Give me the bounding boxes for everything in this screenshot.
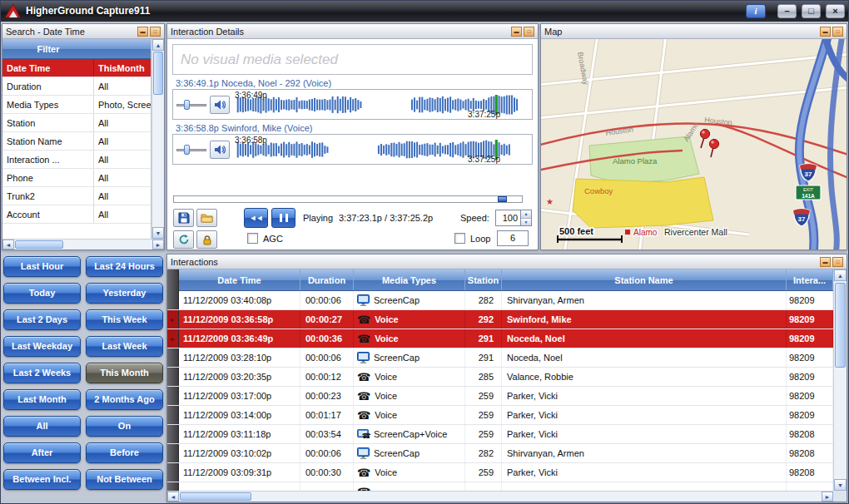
speed-down-button[interactable]: ▼ [521,219,531,226]
panel-minimize-button[interactable]: ▬ [511,27,522,37]
panel-maximize-button[interactable]: □ [832,27,843,37]
row-select-marker[interactable] [167,387,179,405]
column-header-station[interactable]: Station [465,269,502,290]
seek-thumb[interactable] [498,196,507,202]
quick-button-before[interactable]: Before [86,442,163,463]
scroll-down-button[interactable]: ▼ [834,479,847,491]
table-row[interactable]: 11/12/2009 03:11:18p00:03:54☎ScreenCap+V… [167,425,833,444]
quick-button-last-weekday[interactable]: Last Weekday [3,336,81,357]
filter-row-station[interactable]: StationAll [2,114,151,132]
quick-button-this-week[interactable]: This Week [86,309,163,330]
filter-row-trunk2[interactable]: Trunk2All [2,187,151,205]
speed-up-button[interactable]: ▲ [521,210,531,219]
table-row[interactable]: 11/12/2009 03:14:00p00:01:17☎Voice259Par… [167,406,833,425]
scroll-right-button[interactable]: ► [152,240,164,250]
table-row[interactable]: 11/12/2009 03:20:35p00:00:12☎Voice285Val… [167,368,833,387]
agc-checkbox[interactable] [247,233,258,244]
scrollbar-thumb[interactable] [153,52,163,95]
table-row[interactable]: 11/12/2009 03:28:10p00:00:06ScreenCap291… [167,348,833,368]
row-select-marker[interactable] [167,482,179,491]
map-canvas[interactable]: Broadway Houston Houston Alamo Alamo Pla… [541,39,847,250]
row-select-marker[interactable] [167,444,179,462]
volume-slider[interactable] [176,143,206,156]
lock-button[interactable] [196,230,217,249]
filter-horizontal-scrollbar[interactable]: ◄ ► [2,239,164,250]
speaker-button[interactable] [210,141,230,159]
column-header-duration[interactable]: Duration [300,269,354,290]
volume-slider[interactable] [176,98,206,111]
quick-button-last-hour[interactable]: Last Hour [3,256,81,277]
speaker-button[interactable] [210,96,230,114]
quick-button-on[interactable]: On [86,416,163,437]
row-select-marker[interactable] [167,348,179,367]
table-row[interactable]: 11/12/2009 03:10:02p00:00:06ScreenCap282… [167,444,833,463]
table-row[interactable]: 11/12/2009 03:17:00p00:00:23☎Voice259Par… [167,387,833,406]
seek-bar[interactable] [173,195,523,203]
filter-row-date-time[interactable]: Date TimeThisMonth [2,59,151,77]
scroll-left-button[interactable]: ◄ [167,492,179,502]
table-row[interactable]: ►11/12/2009 03:36:58p00:00:27☎Voice292Sw… [167,310,833,329]
quick-button-last-24-hours[interactable]: Last 24 Hours [86,256,163,277]
quick-button-yesterday[interactable]: Yesterday [86,283,163,304]
waveform-area[interactable]: 3:36:49p 3:37:25p [233,91,529,118]
maximize-button[interactable]: □ [802,4,821,18]
row-select-marker[interactable] [167,406,179,424]
scroll-down-button[interactable]: ▼ [152,227,164,239]
quick-button-all[interactable]: All [3,416,81,437]
scroll-right-button[interactable]: ► [822,492,833,502]
column-header-date-time[interactable]: Date Time [179,269,300,290]
scroll-left-button[interactable]: ◄ [2,240,14,250]
quick-button-after[interactable]: After [3,442,81,463]
panel-minimize-button[interactable]: ▬ [820,257,831,267]
row-select-marker[interactable]: ► [167,329,179,348]
scrollbar-thumb[interactable] [180,492,251,501]
panel-maximize-button[interactable]: □ [832,257,843,267]
quick-button-last-month[interactable]: Last Month [3,389,81,410]
scrollbar-thumb[interactable] [835,283,846,368]
waveform-area[interactable]: 3:36:58p 3:37:25p [233,136,529,163]
minimize-button[interactable]: – [777,4,797,18]
quick-button-2-months-ago[interactable]: 2 Months Ago [86,389,163,410]
quick-button-today[interactable]: Today [3,283,81,304]
quick-button-this-month[interactable]: This Month [86,363,163,383]
table-row[interactable]: ►11/12/2009 03:36:49p00:00:36☎Voice291No… [167,329,833,348]
column-header-interaction[interactable]: Intera... [787,269,833,290]
scroll-up-button[interactable]: ▲ [834,269,847,281]
row-select-marker[interactable]: ► [167,310,179,329]
quick-button-not-between[interactable]: Not Between [86,469,163,490]
pause-button[interactable] [271,208,295,228]
loop-playback-button[interactable] [173,230,194,249]
filter-row-phone[interactable]: PhoneAll [2,169,151,187]
panel-maximize-button[interactable]: □ [524,27,534,37]
table-vertical-scrollbar[interactable]: ▲ ▼ [833,269,847,491]
column-header-station-name[interactable]: Station Name [502,269,787,290]
table-horizontal-scrollbar[interactable]: ◄ ► [167,491,833,502]
row-select-marker[interactable] [167,425,179,443]
volume-slider-thumb[interactable] [184,100,190,110]
info-button[interactable]: i [746,4,766,18]
panel-minimize-button[interactable]: ▬ [137,27,148,37]
row-select-marker[interactable] [167,463,179,482]
panel-maximize-button[interactable]: □ [150,27,161,37]
close-button[interactable]: × [826,4,845,18]
quick-button-between-incl[interactable]: Between Incl. [3,469,81,490]
filter-vertical-scrollbar[interactable]: ▲ ▼ [151,39,164,239]
filter-row-duration[interactable]: DurationAll [2,77,151,96]
speed-spinner[interactable]: 100 ▲ ▼ [495,210,532,226]
scroll-up-button[interactable]: ▲ [152,39,164,51]
row-select-marker[interactable] [167,291,179,309]
loop-checkbox[interactable] [454,233,465,244]
save-button[interactable] [173,209,194,227]
volume-slider-thumb[interactable] [184,145,190,155]
quick-button-last-2-weeks[interactable]: Last 2 Weeks [3,363,81,383]
loop-count-field[interactable]: 6 [497,230,529,246]
rewind-button[interactable]: ◄◄ [244,208,268,228]
table-row-partial[interactable]: ☎ [167,482,833,491]
open-button[interactable] [196,209,217,227]
table-row[interactable]: 11/12/2009 03:09:31p00:00:30☎Voice259Par… [167,463,833,482]
filter-row-station-name[interactable]: Station NameAll [2,132,151,151]
table-row[interactable]: 11/12/2009 03:40:08p00:00:06ScreenCap282… [167,291,833,310]
scrollbar-thumb[interactable] [15,240,63,249]
filter-row-interaction[interactable]: Interaction ...All [2,151,151,169]
row-select-marker[interactable] [167,368,179,386]
